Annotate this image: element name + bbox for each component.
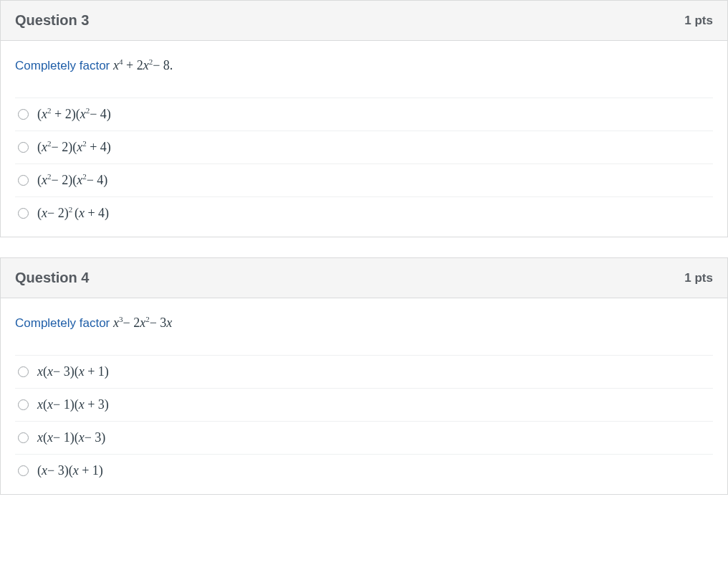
question-header: Question 31 pts (1, 1, 727, 41)
radio-button[interactable] (18, 109, 29, 120)
radio-button[interactable] (18, 432, 29, 443)
answer-option-text: (x2− 2)(x2− 4) (37, 173, 107, 188)
answer-option-text: (x2 + 2)(x2− 4) (37, 107, 111, 122)
answer-option[interactable]: (x2− 2)(x2 + 4) (15, 131, 713, 164)
answer-option[interactable]: (x− 2)2 (x + 4) (15, 197, 713, 229)
question-header: Question 41 pts (1, 258, 727, 298)
answer-option[interactable]: (x− 3)(x + 1) (15, 455, 713, 487)
question-title: Question 3 (15, 12, 89, 29)
question-prompt: Completely factor x4 + 2x2− 8. (15, 58, 713, 73)
radio-button[interactable] (18, 465, 29, 476)
question-prompt: Completely factor x3− 2x2− 3x (15, 316, 713, 331)
radio-button[interactable] (18, 399, 29, 410)
answer-option-text: (x− 3)(x + 1) (37, 463, 103, 478)
question-block: Question 41 ptsCompletely factor x3− 2x2… (0, 257, 728, 495)
answer-option-text: (x− 2)2 (x + 4) (37, 206, 109, 221)
question-body: Completely factor x3− 2x2− 3xx(x− 3)(x +… (1, 298, 727, 494)
answer-option-text: (x2− 2)(x2 + 4) (37, 140, 111, 155)
answer-option-text: x(x− 1)(x + 3) (37, 397, 109, 412)
answer-options: x(x− 3)(x + 1)x(x− 1)(x + 3)x(x− 1)(x− 3… (15, 355, 713, 487)
answer-option-text: x(x− 3)(x + 1) (37, 364, 109, 379)
answer-options: (x2 + 2)(x2− 4)(x2− 2)(x2 + 4)(x2− 2)(x2… (15, 98, 713, 229)
radio-button[interactable] (18, 208, 29, 219)
answer-option[interactable]: x(x− 1)(x− 3) (15, 422, 713, 455)
radio-button[interactable] (18, 366, 29, 377)
answer-option[interactable]: x(x− 3)(x + 1) (15, 356, 713, 389)
question-points: 1 pts (684, 14, 713, 28)
answer-option-text: x(x− 1)(x− 3) (37, 430, 105, 445)
question-body: Completely factor x4 + 2x2− 8.(x2 + 2)(x… (1, 41, 727, 237)
answer-option[interactable]: x(x− 1)(x + 3) (15, 389, 713, 422)
question-points: 1 pts (684, 271, 713, 285)
answer-option[interactable]: (x2− 2)(x2− 4) (15, 164, 713, 197)
answer-option[interactable]: (x2 + 2)(x2− 4) (15, 98, 713, 131)
radio-button[interactable] (18, 142, 29, 153)
question-block: Question 31 ptsCompletely factor x4 + 2x… (0, 0, 728, 237)
question-title: Question 4 (15, 270, 89, 286)
radio-button[interactable] (18, 175, 29, 186)
